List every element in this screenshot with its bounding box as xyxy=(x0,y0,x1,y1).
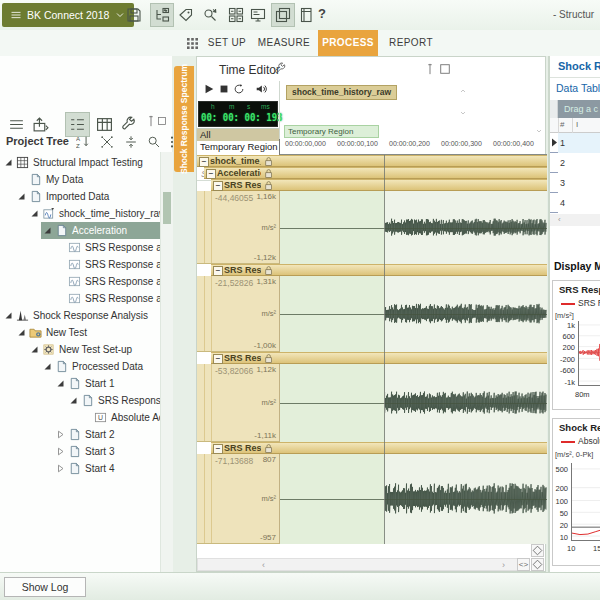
table-group-drop-zone[interactable]: Drag a c xyxy=(558,100,600,118)
hamburger-icon[interactable] xyxy=(8,116,25,133)
signal-tag[interactable]: shock_time_history_raw xyxy=(286,85,397,100)
pin-icon[interactable] xyxy=(425,63,435,75)
import-export-icon[interactable] xyxy=(32,116,49,133)
region-cursor-line[interactable] xyxy=(384,155,385,544)
save-icon[interactable] xyxy=(126,7,142,23)
tab-shock-response-spectrum[interactable]: Shock Response Spectrum xyxy=(174,66,194,172)
expander-icon[interactable] xyxy=(56,447,65,456)
loop-button[interactable] xyxy=(233,83,245,95)
tree-item[interactable]: SRS Response at node 223 xyxy=(0,239,160,256)
stop-button[interactable] xyxy=(218,83,230,95)
expander-icon[interactable] xyxy=(43,226,52,235)
tree-item[interactable]: Processed Data xyxy=(0,358,160,375)
channel-plot[interactable] xyxy=(279,364,547,442)
tree-item[interactable]: Shock Response Analysis xyxy=(0,307,160,324)
tree-item[interactable]: SRS Response at node 220 xyxy=(0,290,160,307)
expander-icon[interactable] xyxy=(4,311,13,320)
tree-view-icon[interactable] xyxy=(66,113,89,136)
signal-list-item[interactable]: All xyxy=(197,129,279,141)
lock-icon[interactable] xyxy=(263,168,274,179)
pin-icon[interactable] xyxy=(146,115,156,127)
collapse-minus-icon[interactable]: − xyxy=(213,181,223,191)
tag-scroll-up-icon[interactable] xyxy=(459,87,467,95)
row-selector-cell[interactable] xyxy=(550,133,558,153)
tree-item[interactable]: shock_time_history_raw xyxy=(0,205,160,222)
expander-icon[interactable] xyxy=(56,379,65,388)
tree-item[interactable]: Structural Impact Testing xyxy=(0,154,160,171)
table-hscrollbar[interactable]: ‹ xyxy=(550,214,600,226)
track-group-srs-response[interactable]: −SRS Response xyxy=(211,179,547,191)
lock-icon[interactable] xyxy=(263,156,274,167)
settings-wrench-icon[interactable] xyxy=(273,62,287,76)
tree-item[interactable]: New Test Set-up xyxy=(0,341,160,358)
expander-icon[interactable] xyxy=(4,158,13,167)
tree-item[interactable]: New Test xyxy=(0,324,160,341)
app-menu-button[interactable]: BK Connect 2018 xyxy=(2,3,134,27)
time-editor-hscrollbar[interactable]: ‹ › xyxy=(197,558,521,571)
maximize-icon[interactable] xyxy=(157,115,167,127)
tree-item[interactable]: Imported Data xyxy=(0,188,160,205)
help-button[interactable]: ? xyxy=(318,6,326,21)
channel-plot[interactable] xyxy=(279,454,547,544)
track-group-acceleration[interactable]: −Acceleration xyxy=(204,167,547,179)
collapse-minus-icon[interactable]: − xyxy=(213,266,223,276)
track-group-srs-response[interactable]: −SRS Response xyxy=(211,442,547,454)
track-group-srs-response[interactable]: −SRS Response xyxy=(211,264,547,276)
tree-item[interactable]: Acceleration xyxy=(0,222,160,239)
expander-icon[interactable] xyxy=(30,345,39,354)
row-selector-cell[interactable] xyxy=(550,153,558,173)
channel-plot[interactable] xyxy=(279,191,547,264)
expander-icon[interactable] xyxy=(43,362,52,371)
expander-icon[interactable] xyxy=(56,430,65,439)
fit-all-button[interactable] xyxy=(531,558,544,571)
speaker-button[interactable] xyxy=(255,83,267,95)
expander-icon[interactable] xyxy=(30,209,39,218)
tab-measure[interactable]: MEASURE xyxy=(256,30,312,56)
tree-item[interactable]: Start 3 xyxy=(0,443,160,460)
expander-icon[interactable] xyxy=(17,328,26,337)
row-selector-cell[interactable] xyxy=(550,173,558,193)
sort-icon[interactable]: AZ xyxy=(76,135,90,149)
search-icon[interactable] xyxy=(147,135,161,149)
search-refresh-icon[interactable] xyxy=(202,7,218,23)
expander-icon[interactable] xyxy=(69,396,78,405)
collapse-minus-icon[interactable]: − xyxy=(199,157,209,167)
tab-process[interactable]: PROCESS xyxy=(318,30,378,56)
signal-setup-icon[interactable] xyxy=(151,4,173,26)
lock-icon[interactable] xyxy=(263,265,274,276)
collapse-minus-icon[interactable]: − xyxy=(206,169,216,179)
axis-scroll-down-icon[interactable] xyxy=(535,127,543,135)
channel-plot[interactable] xyxy=(279,276,547,352)
tree-item[interactable]: Start 2 xyxy=(0,426,160,443)
tag-icon[interactable] xyxy=(178,7,194,23)
detach-icon[interactable] xyxy=(100,135,114,149)
tree-item[interactable]: My Data xyxy=(0,171,160,188)
tag-scroll-down-icon[interactable] xyxy=(459,109,467,117)
tree-item[interactable]: SRS Response at node 222 xyxy=(0,256,160,273)
row-selector-cell[interactable] xyxy=(550,193,558,213)
temporary-region-label[interactable]: Temporary Region xyxy=(284,125,379,138)
collapse-minus-icon[interactable]: − xyxy=(213,444,223,454)
table-row[interactable]: 1 xyxy=(550,133,600,153)
track-group-srs-response[interactable]: −SRS Response xyxy=(211,352,547,364)
notebook-icon[interactable] xyxy=(298,7,314,23)
play-button[interactable] xyxy=(203,83,215,95)
tab-set-up[interactable]: SET UP xyxy=(205,30,249,56)
expander-icon[interactable] xyxy=(17,192,26,201)
collapse-all-icon[interactable] xyxy=(124,135,138,149)
table-row[interactable]: 4 xyxy=(550,193,600,213)
signal-list-item[interactable]: Temporary Region xyxy=(197,141,279,153)
show-log-button[interactable]: Show Log xyxy=(4,577,86,597)
new-window-icon[interactable] xyxy=(272,4,294,26)
lock-icon[interactable] xyxy=(263,180,274,191)
lock-icon[interactable] xyxy=(263,443,274,454)
dashboard-icon[interactable] xyxy=(186,37,199,50)
tree-item[interactable]: Start 4 xyxy=(0,460,160,477)
maximize-icon[interactable] xyxy=(439,63,451,75)
tab-report[interactable]: REPORT xyxy=(386,30,436,56)
tree-item[interactable]: SRS Response at node 223 xyxy=(0,392,160,409)
tree-item[interactable]: SRS Response at node 221 xyxy=(0,273,160,290)
track-group-shock-time-hist[interactable]: −shock_time_hist xyxy=(197,155,547,167)
monitor-icon[interactable] xyxy=(250,7,266,23)
table-row[interactable]: 2 xyxy=(550,153,600,173)
